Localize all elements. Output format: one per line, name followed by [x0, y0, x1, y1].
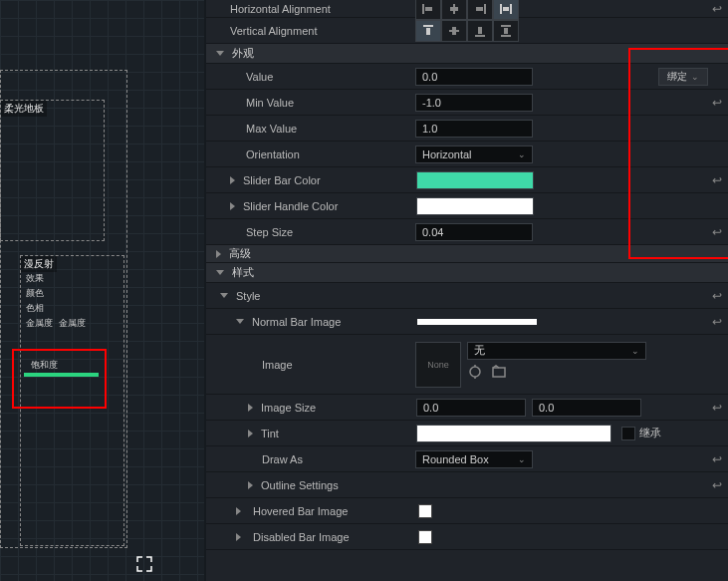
- field-label: 色相: [26, 302, 119, 315]
- field-label: 效果: [26, 272, 119, 285]
- section-label: 样式: [232, 265, 254, 280]
- use-selected-icon[interactable]: [467, 364, 483, 380]
- scale-icon[interactable]: [135, 555, 153, 573]
- panel-soft-floor[interactable]: 柔光地板: [0, 100, 105, 241]
- tint-swatch[interactable]: [416, 425, 611, 442]
- prop-row-style: Style ↩: [206, 283, 728, 309]
- inherit-label: 继承: [639, 426, 661, 440]
- details-panel: Horizontal Alignment ↩ Vertical Alignmen…: [206, 0, 728, 581]
- halign-left-button[interactable]: [415, 0, 441, 20]
- orientation-select[interactable]: Horizontal⌄: [415, 145, 533, 163]
- prop-label: Value: [206, 71, 415, 83]
- section-advanced[interactable]: 高级: [206, 245, 728, 263]
- svg-rect-6: [500, 4, 502, 14]
- svg-rect-3: [450, 7, 458, 11]
- svg-point-18: [470, 367, 480, 377]
- valign-fill-button[interactable]: [493, 20, 519, 42]
- reset-icon[interactable]: ↩: [712, 289, 722, 303]
- prop-label: Hovered Bar Image: [245, 505, 418, 517]
- prop-row-drawas: Draw As Rounded Box⌄ ↩: [206, 446, 728, 472]
- svg-rect-4: [484, 4, 486, 14]
- prop-row-halign: Horizontal Alignment ↩: [206, 0, 728, 18]
- prop-row-value: Value 绑定⌄: [206, 64, 728, 90]
- bind-button[interactable]: 绑定⌄: [658, 68, 708, 86]
- prop-label: Horizontal Alignment: [206, 3, 415, 15]
- prop-label: Step Size: [206, 226, 415, 238]
- canvas-viewport: 柔光地板 漫反射 效果 颜色 色相 金属度 金属度 饱和度: [0, 0, 204, 581]
- svg-rect-15: [501, 25, 511, 27]
- prop-label: Min Value: [206, 97, 415, 109]
- svg-rect-7: [510, 4, 512, 14]
- prop-row-disabledbar: Disabled Bar Image: [206, 524, 728, 550]
- image-thumbnail[interactable]: None: [415, 342, 461, 388]
- svg-rect-16: [501, 35, 511, 37]
- prop-label: Orientation: [206, 148, 415, 160]
- drawas-select[interactable]: Rounded Box⌄: [415, 450, 533, 468]
- halign-fill-button[interactable]: [493, 0, 519, 20]
- hovered-swatch[interactable]: [418, 504, 432, 518]
- reset-icon[interactable]: ↩: [712, 478, 722, 492]
- valign-buttons: [415, 20, 519, 42]
- prop-row-barcolor: Slider Bar Color ↩: [206, 167, 728, 193]
- maxvalue-input[interactable]: [415, 120, 533, 138]
- browse-icon[interactable]: [491, 364, 507, 380]
- svg-rect-17: [504, 28, 508, 34]
- section-label: 外观: [232, 46, 254, 61]
- reset-icon[interactable]: ↩: [712, 225, 722, 239]
- prop-label: Slider Handle Color: [239, 200, 416, 212]
- svg-rect-8: [503, 7, 509, 11]
- halign-right-button[interactable]: [467, 0, 493, 20]
- imagesize-x-input[interactable]: [416, 399, 526, 417]
- handlecolor-swatch[interactable]: [416, 197, 534, 215]
- reset-icon[interactable]: ↩: [712, 2, 722, 16]
- prop-label: Slider Bar Color: [239, 174, 416, 186]
- valign-top-button[interactable]: [415, 20, 441, 42]
- svg-rect-14: [478, 27, 482, 34]
- reset-icon[interactable]: ↩: [712, 452, 722, 466]
- svg-rect-5: [476, 7, 483, 11]
- prop-row-tint: Tint 继承: [206, 421, 728, 446]
- reset-icon[interactable]: ↩: [712, 401, 722, 415]
- prop-label: Vertical Alignment: [206, 25, 415, 37]
- selection-highlight: [12, 349, 107, 409]
- value-input[interactable]: [415, 68, 533, 86]
- halign-center-button[interactable]: [441, 0, 467, 20]
- reset-icon[interactable]: ↩: [712, 96, 722, 110]
- valign-center-button[interactable]: [441, 20, 467, 42]
- prop-label: Max Value: [206, 123, 415, 135]
- image-asset-select[interactable]: 无⌄: [467, 342, 646, 360]
- section-appearance[interactable]: 外观: [206, 44, 728, 64]
- prop-row-stepsize: Step Size ↩: [206, 219, 728, 245]
- panel-label: 柔光地板: [1, 101, 47, 117]
- prop-label: Draw As: [206, 453, 415, 465]
- panel-label: 漫反射: [21, 256, 57, 272]
- prop-label: Tint: [257, 428, 416, 439]
- prop-row-hoveredbar: Hovered Bar Image: [206, 498, 728, 524]
- svg-rect-19: [493, 368, 505, 377]
- valign-bottom-button[interactable]: [467, 20, 493, 42]
- prop-row-maxvalue: Max Value: [206, 116, 728, 142]
- svg-rect-12: [452, 27, 456, 35]
- svg-rect-9: [423, 25, 433, 27]
- prop-label: Image Size: [257, 402, 416, 414]
- barcolor-swatch[interactable]: [416, 171, 534, 189]
- section-label: 高级: [229, 246, 251, 261]
- prop-row-minvalue: Min Value ↩: [206, 90, 728, 116]
- prop-label: Outline Settings: [257, 479, 416, 491]
- inherit-checkbox[interactable]: [621, 427, 635, 440]
- field-label: 金属度: [26, 317, 53, 330]
- reset-icon[interactable]: ↩: [712, 173, 722, 187]
- prop-row-handlecolor: Slider Handle Color: [206, 193, 728, 219]
- field-label: 颜色: [26, 287, 119, 300]
- prop-row-outline: Outline Settings ↩: [206, 472, 728, 498]
- section-style[interactable]: 样式: [206, 263, 728, 283]
- field-label: 金属度: [59, 317, 86, 330]
- reset-icon[interactable]: ↩: [712, 315, 722, 329]
- disabled-swatch[interactable]: [418, 530, 432, 544]
- imagesize-y-input[interactable]: [532, 399, 641, 417]
- prop-row-imagesize: Image Size ↩: [206, 395, 728, 421]
- stepsize-input[interactable]: [415, 223, 533, 241]
- minvalue-input[interactable]: [415, 94, 533, 112]
- svg-rect-13: [475, 35, 485, 37]
- prop-row-orientation: Orientation Horizontal⌄: [206, 142, 728, 167]
